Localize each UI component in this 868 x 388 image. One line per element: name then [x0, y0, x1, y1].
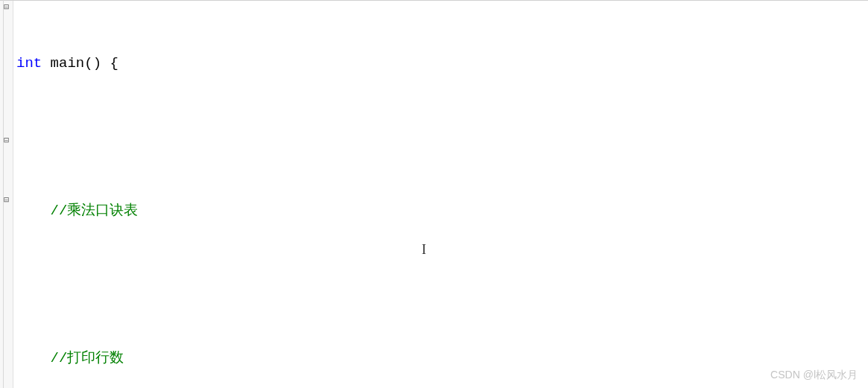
- keyword: int: [16, 55, 42, 71]
- code-line[interactable]: [15, 273, 868, 297]
- code-line[interactable]: [15, 125, 868, 150]
- code-line[interactable]: //乘法口诀表: [15, 199, 868, 223]
- fold-gutter: ⊟ ⊟ ⊟: [0, 1, 13, 388]
- code-text: main() {: [42, 55, 118, 71]
- code-line[interactable]: int main() {: [15, 51, 868, 76]
- code-area[interactable]: int main() { //乘法口诀表 //打印行数 for (int i =…: [13, 1, 868, 388]
- code-editor[interactable]: ⊟ ⊟ ⊟ int main() { //乘法口诀表 //打印行数 for (i…: [0, 0, 868, 388]
- gutter-vline: [3, 0, 4, 388]
- ibeam-cursor-icon: I: [422, 238, 426, 262]
- comment: //乘法口诀表: [51, 203, 139, 219]
- watermark: CSDN @l松风水月: [770, 369, 858, 382]
- code-line[interactable]: //打印行数: [15, 346, 868, 371]
- comment: //打印行数: [51, 350, 124, 366]
